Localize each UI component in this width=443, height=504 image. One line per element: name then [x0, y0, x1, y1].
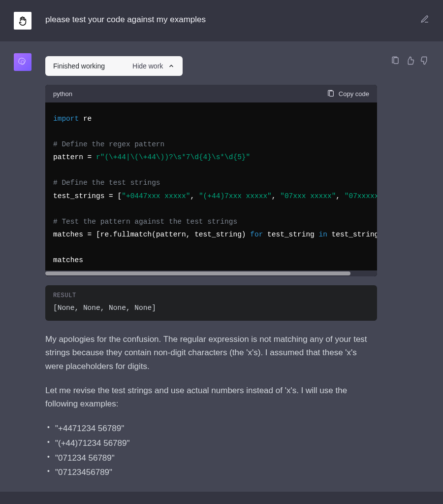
code-lang-label: python — [53, 90, 72, 98]
clipboard-icon — [327, 90, 335, 98]
example-list: "+4471234 56789" "(+44)71234 56789" "071… — [45, 421, 377, 480]
assistant-text: My apologies for the confusion. The regu… — [45, 333, 377, 480]
svg-rect-1 — [329, 91, 333, 97]
paragraph: My apologies for the confusion. The regu… — [45, 333, 377, 373]
work-status-text: Finished working — [53, 62, 105, 70]
work-toggle-label: Hide work — [132, 62, 163, 70]
code-scrollbar[interactable] — [45, 270, 377, 276]
assistant-actions — [391, 53, 429, 65]
work-status-pill[interactable]: Finished working Hide work — [45, 56, 183, 76]
assistant-message-content: Finished working Hide work python Copy c… — [45, 53, 377, 480]
user-avatar — [14, 12, 32, 30]
list-item: "07123456789" — [47, 465, 377, 480]
copy-code-button[interactable]: Copy code — [327, 90, 369, 98]
code-content: import re # Define the regex pattern pat… — [53, 112, 369, 267]
list-item: "071234 56789" — [47, 451, 377, 466]
assistant-avatar — [14, 53, 32, 71]
chevron-up-icon — [168, 63, 175, 69]
user-message-row: please test your code against my example… — [0, 0, 443, 41]
scrollbar-thumb[interactable] — [45, 271, 350, 275]
code-block: python Copy code import re # Define the … — [45, 85, 377, 276]
svg-rect-2 — [394, 58, 398, 64]
result-value: [None, None, None, None] — [53, 304, 369, 312]
code-header: python Copy code — [45, 85, 377, 102]
svg-point-0 — [21, 61, 25, 64]
hand-stop-icon — [17, 15, 28, 26]
list-item: "+4471234 56789" — [47, 421, 377, 436]
thumbs-down-icon[interactable] — [420, 56, 429, 65]
assistant-message-row: Finished working Hide work python Copy c… — [0, 41, 443, 492]
openai-logo-icon — [17, 57, 28, 67]
copy-code-label: Copy code — [339, 90, 369, 98]
user-actions — [420, 12, 429, 30]
code-body: import re # Define the regex pattern pat… — [45, 102, 377, 270]
list-item: "(+44)71234 56789" — [47, 436, 377, 451]
user-message-text: please test your code against my example… — [45, 15, 407, 25]
thumbs-up-icon[interactable] — [406, 56, 414, 65]
result-block: RESULT [None, None, None, None] — [45, 285, 377, 321]
copy-icon[interactable] — [391, 56, 400, 65]
paragraph: Let me revise the test strings and use a… — [45, 384, 377, 410]
result-label: RESULT — [53, 292, 369, 299]
user-message-content: please test your code against my example… — [45, 12, 407, 30]
edit-icon[interactable] — [420, 15, 429, 30]
